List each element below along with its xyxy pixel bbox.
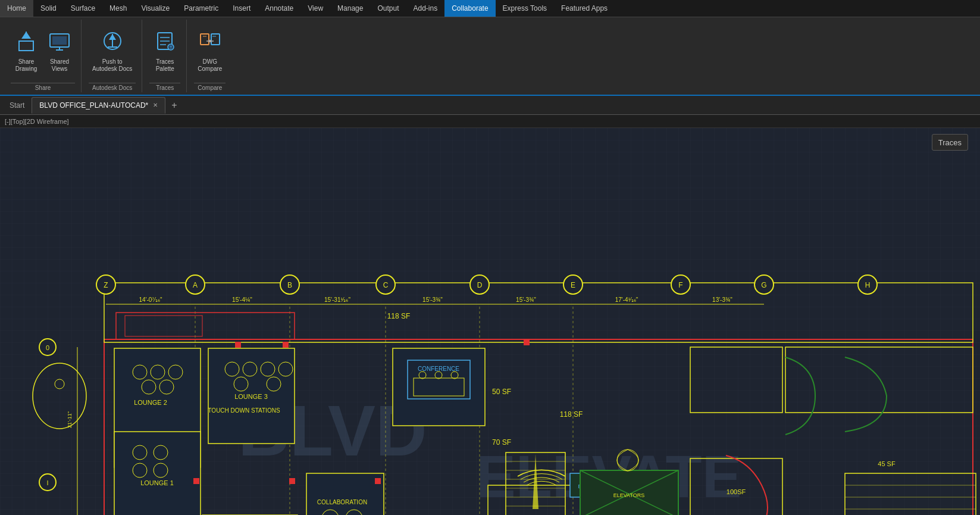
svg-text:15'-4¼": 15'-4¼" — [232, 296, 252, 303]
svg-text:B: B — [287, 281, 292, 289]
svg-text:15'-3¾": 15'-3¾" — [422, 296, 443, 303]
push-to-autodesk-docs-button[interactable]: Push to Autodesk Docs — [89, 27, 136, 75]
traces-palette-icon: T — [153, 29, 177, 56]
svg-text:TOUCH DOWN STATIONS: TOUCH DOWN STATIONS — [208, 407, 280, 414]
svg-rect-143 — [289, 478, 295, 484]
svg-text:15'-31¹⁄₁₆": 15'-31¹⁄₁₆" — [324, 296, 350, 303]
svg-text:ELEVATORS: ELEVATORS — [613, 492, 645, 498]
tab-close-button[interactable]: ✕ — [153, 102, 158, 108]
cad-viewport[interactable]: BLVD ELEVATE Z A B C D E F — [0, 128, 980, 515]
menu-item-express-tools[interactable]: Express Tools — [496, 0, 554, 17]
menu-item-insert[interactable]: Insert — [226, 0, 258, 17]
svg-text:0: 0 — [46, 344, 49, 351]
cad-drawing: BLVD ELEVATE Z A B C D E F — [0, 128, 980, 515]
view-indicator-text: [-][Top][2D Wireframe] — [5, 118, 69, 125]
menu-item-manage[interactable]: Manage — [330, 0, 370, 17]
shared-views-button[interactable]: Shared Views — [44, 27, 75, 75]
svg-text:21'-11": 21'-11" — [67, 411, 73, 428]
menu-item-parametric[interactable]: Parametric — [177, 0, 226, 17]
autodesk-docs-group-label: Autodesk Docs — [89, 83, 136, 92]
svg-text:H: H — [865, 281, 871, 289]
shared-views-icon — [48, 29, 71, 56]
menu-item-output[interactable]: Output — [370, 0, 406, 17]
push-to-autodesk-docs-label: Push to Autodesk Docs — [92, 58, 132, 73]
ribbon-group-share: Share Drawing Shared Views — [5, 20, 82, 92]
push-to-autodesk-docs-icon — [101, 29, 124, 56]
svg-text:D: D — [477, 281, 483, 289]
svg-rect-139 — [524, 339, 530, 345]
traces-palette-button[interactable]: T Traces Palette — [149, 27, 180, 75]
svg-text:CONFERENCE: CONFERENCE — [418, 366, 459, 372]
shared-views-label: Shared Views — [50, 58, 69, 73]
dwg-compare-icon — [198, 29, 222, 56]
svg-text:E: E — [571, 281, 575, 289]
svg-text:118 SF: 118 SF — [387, 312, 411, 320]
svg-text:Z: Z — [104, 281, 108, 289]
svg-rect-0 — [19, 41, 33, 51]
svg-rect-18 — [201, 34, 209, 45]
dwg-compare-label: DWG Compare — [198, 58, 222, 73]
menu-item-home[interactable]: Home — [0, 0, 33, 17]
share-drawing-button[interactable]: Share Drawing — [11, 27, 42, 75]
menu-item-view[interactable]: View — [300, 0, 330, 17]
svg-text:COLLABORATION: COLLABORATION — [317, 499, 367, 505]
menu-item-visualize[interactable]: Visualize — [134, 0, 177, 17]
svg-text:45 SF: 45 SF — [878, 460, 896, 467]
ribbon-group-compare: DWG Compare Compare — [188, 20, 231, 92]
menu-item-mesh[interactable]: Mesh — [102, 0, 134, 17]
svg-text:T: T — [170, 45, 173, 49]
svg-text:50 SF: 50 SF — [492, 388, 511, 396]
svg-text:100SF: 100SF — [727, 488, 746, 495]
svg-text:13'-3¾": 13'-3¾" — [712, 296, 732, 303]
svg-text:70 SF: 70 SF — [492, 438, 511, 447]
ribbon-group-traces: T Traces Palette Traces — [143, 20, 187, 92]
svg-text:17'-4¹⁄₁₆": 17'-4¹⁄₁₆" — [615, 296, 638, 303]
menu-item-featured-apps[interactable]: Featured Apps — [554, 0, 615, 17]
svg-text:118 SF: 118 SF — [560, 410, 583, 419]
svg-rect-141 — [283, 342, 289, 348]
svg-text:C: C — [383, 281, 389, 289]
add-tab-button[interactable]: + — [167, 100, 181, 111]
active-tab-label: BLVD OFFICE_PLAN-AUTOCAD* — [39, 101, 148, 110]
traces-group-label: Traces — [149, 83, 180, 92]
menu-item-collaborate[interactable]: Collaborate — [444, 0, 495, 17]
share-group-label: Share — [11, 83, 75, 92]
svg-rect-108 — [306, 473, 384, 515]
ribbon: Share Drawing Shared Views — [0, 17, 980, 96]
menu-item-solid[interactable]: Solid — [33, 0, 64, 17]
svg-text:F: F — [678, 281, 682, 289]
tab-row: Start BLVD OFFICE_PLAN-AUTOCAD* ✕ + — [0, 96, 980, 115]
compare-group-label: Compare — [194, 83, 226, 92]
ribbon-group-autodesk-docs: Push to Autodesk Docs Autodesk Docs — [83, 20, 142, 92]
menu-bar: Home Solid Surface Mesh Visualize Parame… — [0, 0, 980, 17]
svg-rect-142 — [193, 478, 199, 484]
active-tab[interactable]: BLVD OFFICE_PLAN-AUTOCAD* ✕ — [32, 97, 165, 114]
svg-rect-4 — [52, 36, 67, 45]
svg-text:14'-0⁷⁄₁₆": 14'-0⁷⁄₁₆" — [139, 296, 162, 303]
dwg-compare-button[interactable]: DWG Compare — [194, 27, 226, 75]
svg-text:15'-3¾": 15'-3¾" — [516, 296, 536, 303]
menu-item-addins[interactable]: Add-ins — [406, 0, 445, 17]
svg-text:A: A — [193, 281, 198, 289]
view-indicator: [-][Top][2D Wireframe] — [0, 115, 980, 128]
menu-item-surface[interactable]: Surface — [64, 0, 102, 17]
svg-text:LOUNGE 3: LOUNGE 3 — [234, 393, 268, 400]
svg-text:G: G — [761, 281, 766, 289]
traces-overlay-label: Traces — [938, 138, 962, 147]
svg-rect-140 — [235, 342, 241, 348]
svg-rect-144 — [375, 478, 381, 484]
traces-palette-label: Traces Palette — [156, 58, 174, 73]
svg-text:LOUNGE 1: LOUNGE 1 — [140, 479, 174, 486]
menu-item-annotate[interactable]: Annotate — [258, 0, 300, 17]
start-tab[interactable]: Start — [2, 101, 32, 110]
share-drawing-label: Share Drawing — [15, 58, 37, 73]
svg-text:I: I — [46, 479, 48, 486]
share-drawing-icon — [14, 29, 38, 56]
svg-text:LOUNGE 2: LOUNGE 2 — [134, 399, 167, 406]
svg-rect-102 — [114, 432, 201, 515]
svg-rect-19 — [211, 34, 220, 45]
